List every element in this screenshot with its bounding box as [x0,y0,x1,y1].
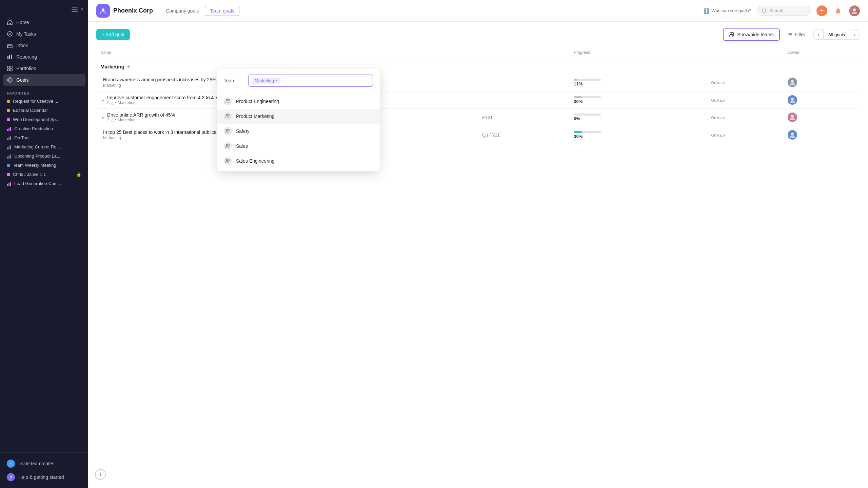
reporting-icon [7,54,13,60]
col-name: Name [96,47,478,58]
dropdown-item-sales[interactable]: Sales [217,139,380,154]
favorite-item-chris-jamie[interactable]: Chris / Jamie 1:1 🔒 [3,170,85,179]
favorite-item-on-tour[interactable]: On Tour [3,133,85,142]
favorite-item-upcoming-product[interactable]: Upcoming Product La... [3,151,85,161]
favorites-list: Request for Creative ... Editorial Calen… [0,97,88,188]
sidebar-item-reporting[interactable]: Reporting [3,51,85,63]
dropdown-item-label: Sales Engineering [236,158,275,164]
dropdown-item-sales-engineering[interactable]: Sales Engineering [217,154,380,168]
sidebar-item-inbox[interactable]: Inbox [3,40,85,51]
dropdown-team-row: Team Marketing × [217,69,380,91]
expand-arrow[interactable]: ▶ [102,98,104,102]
bar-chart-icon [7,136,12,140]
dropdown-item-label: Sales [236,143,248,149]
owner-avatar [788,95,797,105]
favorite-item-marketing-current[interactable]: Marketing Current Ro... [3,142,85,151]
favorite-label: Creative Production [14,126,53,131]
svg-point-15 [102,8,104,11]
tab-team-goals[interactable]: Team goals [205,6,239,16]
lock-icon: 🔒 [76,172,81,177]
add-goal-button[interactable]: + Add goal [96,29,130,40]
sidebar-item-goals[interactable]: Goals [3,74,85,86]
expand-arrow[interactable]: ▶ [102,116,104,119]
who-can-see-link[interactable]: ℹ️ Who can see goals? [704,8,751,14]
col-owner: Owner [784,47,860,58]
separator: • [115,100,116,105]
svg-point-16 [762,9,766,12]
dot-icon [7,173,10,176]
favorite-item-lead-generation[interactable]: Lead Generation Cam... [3,179,85,188]
goal-name: Improve customer engagement score from 4… [107,95,218,100]
dropdown-item-product-marketing[interactable]: Product Marketing [217,109,380,124]
home-icon [7,19,13,25]
owner-avatar [788,78,797,87]
favorite-label: Lead Generation Cam... [14,181,61,186]
sidebar-item-reporting-label: Reporting [16,54,37,60]
favorite-item-team-weekly[interactable]: Team Weekly Meeting [3,161,85,170]
col-spacer [707,47,784,58]
show-hide-teams-button[interactable]: Show/hide teams [723,28,780,41]
sidebar-item-goals-label: Goals [16,77,29,83]
show-hide-label: Show/hide teams [737,32,773,37]
team-people-icon [224,142,232,150]
add-button[interactable]: + [816,5,827,16]
sidebar-top [0,0,88,15]
dropdown-item-product-engineering[interactable]: Product Engineering [217,94,380,109]
owner-avatar [788,130,797,140]
goal-period [478,92,570,109]
favorite-label: Web Development Sp... [13,117,59,122]
all-goals-button[interactable]: All goals [824,30,850,40]
svg-rect-9 [10,66,12,68]
sidebar-item-home[interactable]: Home [3,17,85,28]
bar-chart-icon [7,181,12,186]
on-track-status: On track [711,133,726,137]
team-tag-remove[interactable]: × [275,78,278,83]
goals-nav-prev[interactable]: ‹ [813,29,824,40]
filter-button[interactable]: Filter [784,29,809,40]
main-area: Phoenix Corp Company goals Team goals ℹ️… [88,0,868,488]
svg-point-3 [7,32,12,36]
help-getting-started-button[interactable]: ? Help & getting started [3,470,85,484]
inbox-icon [7,42,13,48]
svg-rect-7 [11,55,12,59]
progress-label: 11% [574,81,583,86]
sidebar-item-home-label: Home [16,20,29,25]
help-icon: ? [7,473,15,481]
favorite-item-request-creative[interactable]: Request for Creative ... [3,97,85,106]
bar-chart-icon [7,126,12,131]
section-add-button[interactable]: + [127,63,130,69]
sidebar-item-portfolios[interactable]: Portfolios [3,63,85,74]
favorite-label: Marketing Current Ro... [14,144,60,149]
user-avatar[interactable] [849,5,860,16]
invite-teammates-button[interactable]: + Invite teammates [3,457,85,470]
tab-company-goals[interactable]: Company goals [161,6,203,16]
team-tag-input[interactable]: Marketing × [248,75,373,87]
goal-owner-cell [784,74,860,92]
favorite-label: Team Weekly Meeting [13,163,56,168]
svg-rect-11 [10,69,12,71]
dropdown-item-label: Product Marketing [236,114,275,119]
favorite-item-web-dev[interactable]: Web Development Sp... [3,115,85,124]
info-button[interactable]: ℹ [95,469,106,480]
goal-progress-cell: 11% [570,74,707,92]
progress-bar-wrap [574,79,601,81]
goal-status-cell: On track [707,126,784,144]
goals-nav-next[interactable]: › [850,29,860,40]
sidebar-toggle-button[interactable] [72,5,84,13]
notification-icon[interactable] [833,5,844,16]
brand: Phoenix Corp [96,4,153,18]
search-box[interactable]: Search [757,6,811,16]
favorite-item-editorial-calendar[interactable]: Editorial Calendar [3,106,85,115]
sidebar-bottom: + Invite teammates ? Help & getting star… [0,452,88,488]
on-track-status: On track [711,81,726,85]
svg-rect-5 [7,56,8,59]
team-tag-marketing: Marketing × [252,78,280,84]
dot-icon [7,164,10,167]
sub-count: 2 [107,118,110,122]
marketing-section-header: Marketing + [96,59,860,72]
sidebar-item-my-tasks[interactable]: My Tasks [3,28,85,40]
dropdown-item-safety[interactable]: Safety [217,124,380,139]
team-filter-input[interactable] [283,78,369,83]
search-icon [762,8,767,13]
favorite-item-creative-production[interactable]: Creative Production [3,124,85,133]
